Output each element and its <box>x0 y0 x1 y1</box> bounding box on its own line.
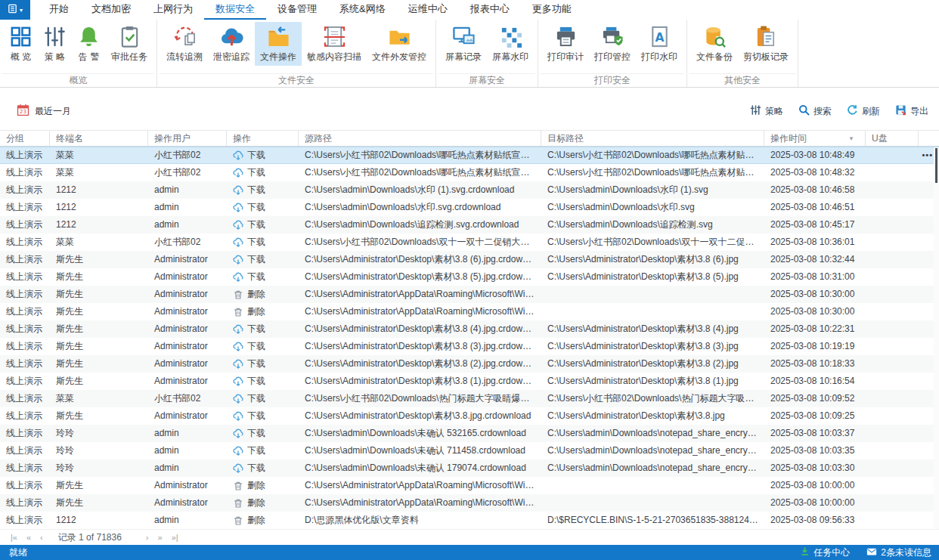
column-header-3[interactable]: 操作用户 <box>148 131 227 146</box>
table-row[interactable]: 线上演示1212admin下载C:\Users\admin\Downloads\… <box>0 216 939 234</box>
operation-label: 删除 <box>247 477 265 494</box>
vertical-scrollbar[interactable] <box>934 147 939 529</box>
row-actions-button[interactable]: ••• <box>922 147 933 164</box>
ribbon-item-bell[interactable]: 告 警 <box>72 22 106 66</box>
cell-usb <box>866 251 919 268</box>
cloud-leak-icon <box>220 25 243 48</box>
download-icon <box>233 324 243 335</box>
cell-operation: 下载 <box>227 234 299 251</box>
prev-fast-button[interactable]: « <box>22 533 36 542</box>
column-header-5[interactable]: 源路径 <box>299 131 541 146</box>
ribbon-item-scan-doc[interactable]: 敏感内容扫描 <box>302 22 367 66</box>
table-row[interactable]: 线上演示菜菜小红书部02下载C:\Users\小红书部02\Downloads\… <box>0 390 939 407</box>
table-row[interactable]: 线上演示1212admin下载C:\Users\admin\Downloads\… <box>0 199 939 216</box>
download-icon <box>233 429 243 439</box>
ribbon-item-cycle-doc[interactable]: 流转追溯 <box>161 22 208 66</box>
ribbon-item-screen-record[interactable]: 屏幕记录 <box>440 22 487 66</box>
table-row[interactable]: 线上演示斯先生Administrator下载C:\Users\Administr… <box>0 373 939 390</box>
table-row[interactable]: 线上演示斯先生Administrator删除C:\Users\Administr… <box>0 494 939 512</box>
date-filter-button[interactable]: 23 最近一月 <box>17 104 71 119</box>
table-row[interactable]: 线上演示斯先生Administrator下载C:\Users\Administr… <box>0 320 939 338</box>
ribbon-item-grid[interactable]: 概 览 <box>4 22 38 66</box>
ribbon-group: 文件备份剪切板记录其他安全 <box>687 20 798 87</box>
cell-terminal: 斯先生 <box>50 355 148 373</box>
refresh-button[interactable]: 刷新 <box>847 104 880 118</box>
scrollbar-thumb[interactable] <box>935 148 937 183</box>
cell-user: Administrator <box>148 373 227 390</box>
ribbon-item-watermark-grid[interactable]: 屏幕水印 <box>487 22 534 66</box>
column-header-6[interactable]: 目标路径 <box>541 131 764 146</box>
table-row[interactable]: 线上演示1212admin删除D:\思源黑体优化版\文章资料D:\$RECYCL… <box>0 512 939 529</box>
prev-page-button[interactable]: ‹ <box>36 533 48 542</box>
ribbon-item-folder-out[interactable]: 文件外发管控 <box>367 22 432 66</box>
first-page-button[interactable]: |« <box>6 533 22 542</box>
table-row[interactable]: 线上演示菜菜小红书部02下载C:\Users\小红书部02\Downloads\… <box>0 147 939 164</box>
status-text: 就绪 <box>9 546 27 559</box>
ribbon-item-db-search[interactable]: 文件备份 <box>691 22 738 66</box>
table-row[interactable]: 线上演示斯先生Administrator下载C:\Users\Administr… <box>0 407 939 425</box>
next-fast-button[interactable]: » <box>153 533 167 542</box>
menu-tab[interactable]: 更多功能 <box>521 0 583 20</box>
menu-tab[interactable]: 上网行为 <box>142 0 204 20</box>
app-menu-button[interactable]: ▼ <box>0 0 30 20</box>
cell-target-path: C:\Users\Administrator\Desktop\素材\3.8 (2… <box>541 355 764 373</box>
ribbon-item-printer[interactable]: 打印审计 <box>542 22 589 66</box>
table-row[interactable]: 线上演示玲玲admin下载C:\Users\admin\Downloads\未确… <box>0 425 939 442</box>
column-header-2[interactable]: 终端名 <box>50 131 148 146</box>
records-table: 分组终端名操作用户操作源路径目标路径操作时间▼U盘 线上演示菜菜小红书部02下载… <box>0 130 939 529</box>
table-row[interactable]: 线上演示斯先生Administrator删除C:\Users\Administr… <box>0 477 939 494</box>
ribbon-item-folder-return[interactable]: 文件操作 <box>255 22 302 66</box>
table-row[interactable]: 线上演示菜菜小红书部02下载C:\Users\小红书部02\Downloads\… <box>0 164 939 181</box>
ribbon-item-label: 告 警 <box>79 51 99 63</box>
task-center-button[interactable]: 任务中心 <box>800 546 850 559</box>
menu-tab[interactable]: 文档加密 <box>80 0 142 20</box>
table-row[interactable]: 线上演示斯先生Administrator删除C:\Users\Administr… <box>0 286 939 303</box>
last-page-button[interactable]: »| <box>167 533 183 542</box>
menu-tab[interactable]: 开始 <box>38 0 80 20</box>
cell-operation: 下载 <box>227 320 299 338</box>
cell-target-path: C:\Users\admin\Downloads\水印 (1).svg <box>541 181 764 199</box>
table-row[interactable]: 线上演示玲玲admin下载C:\Users\admin\Downloads\未确… <box>0 459 939 477</box>
column-header-4[interactable]: 操作 <box>227 131 299 146</box>
export-button[interactable]: 导出 <box>895 104 928 118</box>
column-header-7[interactable]: 操作时间▼ <box>764 131 866 146</box>
table-row[interactable]: 线上演示斯先生Administrator下载C:\Users\Administr… <box>0 268 939 286</box>
menu-tab[interactable]: 数据安全 <box>204 0 266 20</box>
cell-usb <box>866 303 919 320</box>
column-header-8[interactable]: U盘 <box>866 131 919 146</box>
table-row[interactable]: 线上演示斯先生Administrator下载C:\Users\Administr… <box>0 338 939 355</box>
ribbon-item-cloud-leak[interactable]: 泄密追踪 <box>208 22 255 66</box>
ribbon-item-clipboard-check[interactable]: 审批任务 <box>106 22 153 66</box>
menu-tab[interactable]: 设备管理 <box>266 0 328 20</box>
menu-tab[interactable]: 报表中心 <box>459 0 521 20</box>
ribbon-group: 打印审计打印管控A打印水印打印安全 <box>538 20 687 87</box>
column-header-1[interactable]: 分组 <box>0 131 50 146</box>
filter-dropdown-icon[interactable]: ▼ <box>848 131 854 146</box>
ribbon-item-printer-shield[interactable]: 打印管控 <box>589 22 636 66</box>
ribbon-item-sliders[interactable]: 策 略 <box>38 22 72 66</box>
table-row[interactable]: 线上演示1212admin下载C:\Users\admin\Downloads\… <box>0 181 939 199</box>
unread-messages-button[interactable]: 2条未读信息 <box>866 546 931 559</box>
cell-source-path: C:\Users\Administrator\AppData\Roaming\M… <box>299 494 541 512</box>
cell-usb <box>866 477 919 494</box>
search-button[interactable]: 搜索 <box>798 104 832 118</box>
cell-terminal: 1212 <box>50 181 148 199</box>
menu-tab[interactable]: 系统&网络 <box>328 0 397 20</box>
download-icon <box>233 411 243 422</box>
next-page-button[interactable]: › <box>141 533 153 542</box>
table-row[interactable]: 线上演示斯先生Administrator下载C:\Users\Administr… <box>0 251 939 268</box>
table-row[interactable]: 线上演示斯先生Administrator删除C:\Users\Administr… <box>0 303 939 320</box>
table-row[interactable]: 线上演示菜菜小红书部02下载C:\Users\小红书部02\Downloads\… <box>0 234 939 251</box>
folder-return-icon <box>267 25 290 48</box>
table-row[interactable]: 线上演示斯先生Administrator下载C:\Users\Administr… <box>0 355 939 373</box>
cell-target-path: C:\Users\admin\Downloads\notepad_share_e… <box>541 425 764 442</box>
policy-button[interactable]: 策略 <box>750 104 783 118</box>
scan-doc-icon <box>323 25 346 48</box>
table-row[interactable]: 线上演示玲玲admin下载C:\Users\admin\Downloads\未确… <box>0 442 939 459</box>
operation-label: 下载 <box>247 425 265 442</box>
operation-label: 下载 <box>247 216 265 234</box>
cell-usb <box>866 425 919 442</box>
ribbon-item-doc-a[interactable]: A打印水印 <box>636 22 683 66</box>
ribbon-item-clipboard-doc[interactable]: 剪切板记录 <box>738 22 794 66</box>
menu-tab[interactable]: 运维中心 <box>397 0 459 20</box>
